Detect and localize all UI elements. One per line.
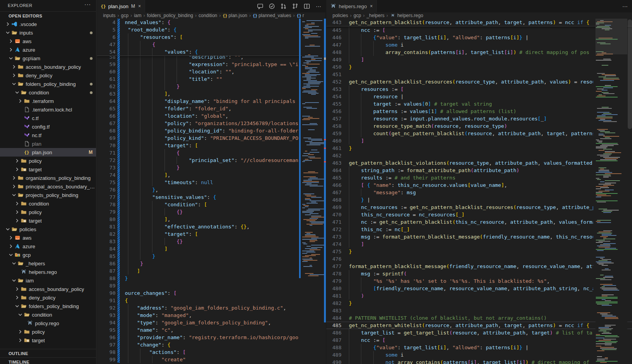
tree-item-access_boundary_policy[interactable]: access_boundary_policy bbox=[0, 285, 96, 293]
tree-item-deny_policy[interactable]: deny_policy bbox=[0, 293, 96, 302]
tree-item-.terraform.lock.hcl[interactable]: .terraform.lock.hcl bbox=[0, 105, 96, 114]
breadcrumb-item[interactable]: helpers.rego bbox=[390, 12, 423, 19]
tree-item-config.tf[interactable]: config.tf bbox=[0, 122, 96, 131]
ellipsis-icon[interactable]: ··· bbox=[315, 2, 322, 10]
code-line-479[interactable]: 479 "%s '%s' has '%s' set to '%s'%s. Thi… bbox=[326, 277, 632, 285]
code-line-6[interactable]: 6 "resources": [ bbox=[97, 33, 326, 41]
code-line-60[interactable]: 60 "location": "", bbox=[97, 68, 326, 75]
code-line-458[interactable]: 458 resource_type_match(resource, resour… bbox=[326, 122, 632, 130]
tree-item-azure[interactable]: azure bbox=[0, 45, 96, 54]
code-line-455[interactable]: 455 target := values[0] # target val str… bbox=[326, 100, 632, 108]
tree-item-.terraform[interactable]: .terraform bbox=[0, 97, 96, 105]
code-line-478[interactable]: 478 msg := sprintf( bbox=[326, 270, 632, 277]
code-line-461[interactable]: 461} bbox=[326, 145, 632, 152]
sticky-scroll[interactable]: 4nned_values": {5 "root_module": {6 "res… bbox=[97, 19, 326, 56]
code-line-454[interactable]: 454 resource | bbox=[326, 93, 632, 100]
code-line-91[interactable]: 91{ bbox=[97, 297, 326, 304]
code-line-82[interactable]: 82 "target": [ bbox=[97, 230, 326, 238]
breadcrumb-item[interactable]: {}planned_values bbox=[253, 13, 291, 18]
code-line-66[interactable]: 66 "location": "global", bbox=[97, 112, 326, 120]
tree-item-aws[interactable]: aws bbox=[0, 233, 96, 242]
code-line-459[interactable]: 459 count(get_nc_pattern_blacklist(resou… bbox=[326, 130, 632, 137]
code-line-470[interactable]: 470 this_nc_resource = nc_resources[_] bbox=[326, 211, 632, 218]
code-line-96[interactable]: 96 "provider_name": "registry.terraform.… bbox=[97, 334, 326, 341]
breadcrumb-item[interactable]: inputs bbox=[103, 13, 116, 18]
code-line-451[interactable]: 451 bbox=[326, 71, 632, 78]
tree-item-azure[interactable]: azure bbox=[0, 242, 96, 251]
editor-helpers-rego[interactable]: 443get_nc_pattern_blacklist(resource, at… bbox=[326, 19, 632, 364]
code-line-59[interactable]: 59 "expression": "principal.type == \"ia… bbox=[97, 61, 326, 68]
code-line-4[interactable]: 4nned_values": { bbox=[97, 19, 326, 26]
code-line-90[interactable]: 90ource_changes": [ bbox=[97, 289, 326, 297]
code-line-65[interactable]: 65 "folder": "folder_id", bbox=[97, 105, 326, 112]
minimap[interactable] bbox=[302, 19, 324, 278]
code-line-457[interactable]: 457 resource := input.planned_values.roo… bbox=[326, 115, 632, 122]
code-line-448[interactable]: 448 array_contains(patterns[i], target_l… bbox=[326, 49, 632, 56]
code-line-87[interactable]: 87 ] bbox=[97, 267, 326, 275]
tree-item-iam[interactable]: iam bbox=[0, 276, 96, 285]
tree-item-target[interactable]: target bbox=[0, 336, 96, 345]
code-line-88[interactable]: 88} bbox=[97, 275, 326, 282]
tree-item-nc.tf[interactable]: nc.tf bbox=[0, 131, 96, 139]
code-line-86[interactable]: 86 } bbox=[97, 260, 326, 267]
code-line-5[interactable]: 5 "root_module": { bbox=[97, 26, 326, 33]
breadcrumb-item[interactable]: gcp bbox=[121, 13, 128, 18]
code-line-462[interactable]: 462 bbox=[326, 152, 632, 159]
code-line-81[interactable]: 81 "effective_annotations": {}, bbox=[97, 223, 326, 230]
tree-item-policy[interactable]: policy bbox=[0, 327, 96, 336]
code-line-63[interactable]: 63 ], bbox=[97, 90, 326, 98]
code-line-450[interactable]: 450} bbox=[326, 63, 632, 71]
code-line-80[interactable]: 80 ], bbox=[97, 216, 326, 223]
tree-item-inputs[interactable]: inputs bbox=[0, 28, 96, 37]
tree-item-folders_policy_binding[interactable]: folders_policy_binding bbox=[0, 302, 96, 310]
split-editor-icon[interactable] bbox=[303, 2, 311, 10]
code-line-487[interactable]: 487 ncc := [ bbox=[326, 336, 632, 344]
code-line-94[interactable]: 94 "type": "google_iam_folders_policy_bi… bbox=[97, 319, 326, 326]
tree-item-policy[interactable]: policy bbox=[0, 157, 96, 165]
code-line-452[interactable]: 452get_nc_pattern_blacklist_resources(re… bbox=[326, 78, 632, 85]
code-line-95[interactable]: 95 "name": "c", bbox=[97, 326, 326, 334]
code-line-70[interactable]: 70 "target": [ bbox=[97, 142, 326, 149]
editor-plan-json[interactable]: 4nned_values": {5 "root_module": {6 "res… bbox=[97, 19, 326, 364]
code-line-449[interactable]: 449 ] bbox=[326, 56, 632, 63]
code-line-72[interactable]: 72 "principal_set": "//cloudresourcemana… bbox=[97, 157, 326, 164]
code-line-484[interactable]: 484# PATTERN WHITELIST (clone of blackli… bbox=[326, 314, 632, 322]
breadcrumb-item[interactable]: policies bbox=[333, 13, 348, 18]
tree-item-policy.rego[interactable]: policy.rego bbox=[0, 319, 96, 327]
compare-changes-icon[interactable] bbox=[291, 2, 299, 10]
partial-code-line[interactable]: 58 "description": "", bbox=[97, 56, 326, 61]
code-line-76[interactable]: 76 }, bbox=[97, 186, 326, 193]
tree-item-policy[interactable]: policy bbox=[0, 208, 96, 216]
code-line-99[interactable]: 99 "create" bbox=[97, 356, 326, 363]
code-line-445[interactable]: 445 ncc := [ bbox=[326, 26, 632, 34]
code-line-443[interactable]: 443get_nc_pattern_blacklist(resource, at… bbox=[326, 19, 632, 26]
minimap[interactable] bbox=[595, 19, 627, 364]
code-line-62[interactable]: 62 } bbox=[97, 83, 326, 90]
code-line-75[interactable]: 75 "timeouts": null bbox=[97, 179, 326, 186]
close-icon[interactable]: × bbox=[138, 3, 141, 9]
code-line-85[interactable]: 85 } bbox=[97, 253, 326, 260]
tree-item-gcp[interactable]: gcp bbox=[0, 251, 96, 259]
code-line-83[interactable]: 83 {} bbox=[97, 238, 326, 245]
code-line-69[interactable]: 69 "policy_kind": "PRINCIPAL_ACCESS_BOUN… bbox=[97, 134, 326, 142]
code-line-456[interactable]: 456 patterns := values[1] # allowed patt… bbox=[326, 108, 632, 115]
tree-item-principal_access_boundary_pol...[interactable]: principal_access_boundary_pol... bbox=[0, 182, 96, 191]
section-timeline[interactable]: TIMELINE bbox=[0, 357, 96, 364]
code-line-474[interactable]: 474 ] bbox=[326, 240, 632, 248]
tree-item-condition[interactable]: condition bbox=[0, 88, 96, 97]
code-line-483[interactable]: 483 bbox=[326, 307, 632, 314]
tree-item-target[interactable]: target bbox=[0, 216, 96, 225]
code-line-488[interactable]: 488 {"value": target_list[i], "allowed":… bbox=[326, 344, 632, 351]
tree-item-access_boundary_policy[interactable]: access_boundary_policy bbox=[0, 63, 96, 71]
code-line-54[interactable]: 54 "values": { bbox=[97, 48, 326, 56]
ellipsis-icon[interactable]: ··· bbox=[621, 2, 629, 10]
scrollbar-thumb[interactable] bbox=[628, 19, 632, 129]
breadcrumb-item[interactable]: gcp bbox=[354, 13, 361, 18]
code-line-475[interactable]: 475} bbox=[326, 248, 632, 255]
code-line-467[interactable]: 467 "message": msg bbox=[326, 189, 632, 196]
section-open-editors[interactable]: OPEN EDITORS bbox=[0, 11, 96, 20]
code-line-61[interactable]: 61 "title": "" bbox=[97, 75, 326, 83]
check-circle-icon[interactable] bbox=[268, 2, 276, 10]
code-line-64[interactable]: 64 "display_name": "binding for all prin… bbox=[97, 98, 326, 105]
tree-item-condition[interactable]: condition bbox=[0, 310, 96, 319]
